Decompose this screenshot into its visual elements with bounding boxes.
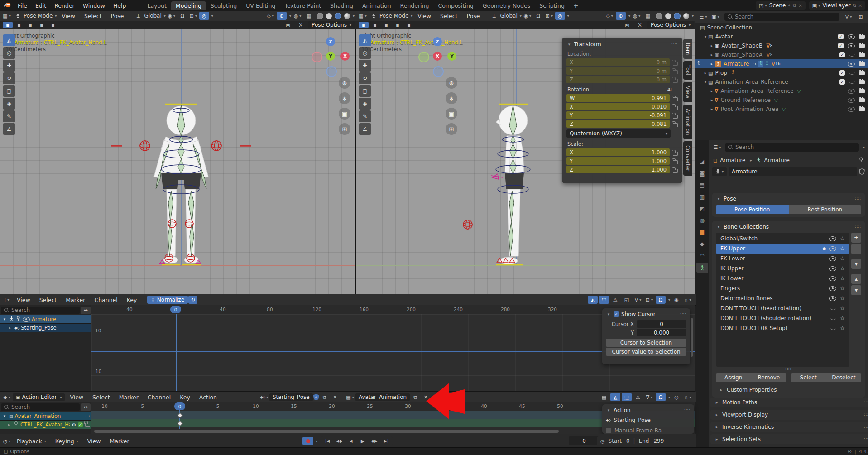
list-item[interactable]: Deformation Bones☆ (716, 293, 849, 303)
chevron-right-icon[interactable]: ▸ (709, 43, 715, 48)
location-x-field[interactable]: X0 m (566, 58, 670, 66)
list-item[interactable]: DON'T TOUCH (head rotation)☆ (716, 303, 849, 313)
lock-icon[interactable] (673, 62, 678, 66)
grid-toggle-icon[interactable]: ⊞ (446, 123, 457, 135)
star-icon[interactable]: ☆ (840, 325, 845, 331)
dope-search-input[interactable]: Search (1, 403, 80, 411)
current-frame-indicator[interactable]: 0 (174, 402, 185, 410)
tab-constraints-icon[interactable]: ◆ (696, 239, 708, 249)
graph-channel-menu[interactable]: Channel (90, 297, 121, 303)
star-icon[interactable]: ☆ (840, 295, 845, 302)
workspace-tab-animation[interactable]: Animation (358, 1, 396, 10)
move-up-button[interactable]: ▴ (851, 274, 861, 284)
lock-icon[interactable] (673, 106, 678, 110)
gizmo-y-axis[interactable]: Y (447, 52, 456, 61)
snap-icon[interactable]: Ω (656, 296, 666, 304)
eye-icon[interactable] (848, 98, 855, 103)
eye-closed-icon[interactable] (849, 72, 855, 75)
star-icon[interactable]: ☆ (840, 315, 845, 321)
collection-specials-dropdown[interactable]: ▾ (851, 259, 861, 269)
outliner-row-armature[interactable]: ▸ Armature ↪ ∇16 (695, 59, 868, 68)
view-menu[interactable]: View (413, 13, 435, 19)
mirror-x-toggle[interactable]: X (635, 21, 645, 29)
proportional-edit-icon[interactable]: ◎ (199, 12, 209, 20)
eye-closed-icon[interactable] (849, 81, 855, 84)
star-icon[interactable]: ☆ (840, 305, 845, 311)
horizontal-scrollbar[interactable] (94, 430, 559, 433)
dope-key-menu[interactable]: Key (176, 394, 194, 401)
dope-view-menu[interactable]: View (66, 394, 87, 401)
tab-tool-icon[interactable]: ◪ (696, 157, 708, 167)
snap-target-icon[interactable]: ⊞▾ (544, 12, 554, 20)
camera-icon[interactable] (859, 44, 865, 48)
tweak-icon[interactable]: ◭ (610, 393, 620, 401)
cursor-to-selection-button[interactable]: Cursor to Selection (606, 339, 686, 347)
rotation-w-field[interactable]: W0.991 (566, 94, 670, 102)
workspace-tab-modeling[interactable]: Modeling (171, 1, 206, 10)
workspace-tab-sculpting[interactable]: Sculpting (206, 1, 241, 10)
camera-icon[interactable] (859, 35, 865, 39)
tab-scene-icon[interactable]: ◩ (696, 204, 708, 214)
outliner-row-animation-area-reference[interactable]: ▸∇Animation_Area_Reference ▽ (695, 86, 868, 96)
rest-position-button[interactable]: Rest Position (789, 205, 862, 214)
navigation-gizmo[interactable]: Z Y X (418, 37, 456, 75)
channel-enable-checkbox[interactable]: ✓ (78, 422, 83, 427)
view-menu[interactable]: View (58, 13, 79, 19)
graph-editor-type-icon[interactable]: ʃ▾ (2, 296, 12, 304)
gizmo-x-axis[interactable]: X (433, 52, 442, 61)
new-slot-icon[interactable]: ⧉ (410, 393, 420, 401)
eye-icon[interactable] (848, 107, 855, 112)
gizmo-x-axis[interactable]: X (340, 52, 350, 61)
snap-target-icon[interactable]: ⊞▾ (188, 12, 198, 20)
next-keyframe-button[interactable]: ◆▶ (369, 437, 379, 445)
move-down-button[interactable]: ▾ (851, 285, 861, 295)
eye-icon[interactable] (848, 62, 855, 67)
keying-set-dropdown[interactable]: ▾ (316, 439, 317, 443)
scale-x-field[interactable]: X1.000 (566, 148, 670, 156)
bone-collections-header[interactable]: ▾Bone Collections (716, 224, 769, 230)
unlock-icon[interactable] (85, 423, 90, 427)
list-item[interactable]: DON'T TOUCH (IK Setup)☆ (716, 323, 849, 333)
eye-closed-icon[interactable] (830, 327, 836, 330)
star-icon[interactable]: ☆ (840, 245, 845, 252)
eye-icon[interactable] (829, 256, 836, 261)
panel-grip[interactable]: ∷∷ (855, 196, 861, 201)
rotation-y-field[interactable]: Y-0.091 (566, 111, 670, 119)
proportional-icon[interactable]: ◎ (671, 393, 681, 401)
panel-grip[interactable]: ∷∷ (855, 225, 861, 229)
chevron-right-icon[interactable]: ▸ (709, 107, 715, 111)
list-item[interactable]: Fingers☆ (716, 283, 849, 293)
timeline-view-menu[interactable]: View (83, 438, 105, 445)
tool-rotate[interactable]: ↻ (359, 72, 371, 84)
channel-avatar-animation[interactable]: ▾ ▤ Avatar_Animation ⬚ (0, 412, 91, 421)
viewlayer-remove-icon[interactable]: ✕ (858, 3, 862, 8)
scale-y-field[interactable]: Y1.000 (566, 157, 670, 165)
list-resize-grip[interactable]: ∷∷ (716, 367, 861, 371)
select-menu[interactable]: Select (436, 13, 462, 19)
tab-render-icon[interactable]: ◙ (696, 168, 708, 178)
dope-select-menu[interactable]: Select (88, 394, 114, 401)
play-button[interactable]: ▶ (358, 437, 368, 445)
shading-material-icon[interactable] (335, 13, 341, 19)
shading-material-icon[interactable] (674, 13, 681, 19)
tool-annotate[interactable]: ✎ (359, 110, 371, 122)
slot-filter-icon[interactable]: ▤ (599, 393, 609, 401)
filter-icon[interactable]: ∇▾ (633, 296, 643, 304)
add-collection-button[interactable]: + (851, 233, 861, 243)
normalize-sync-icon[interactable]: ↻ (188, 296, 197, 304)
end-frame-field[interactable]: End299 (639, 438, 664, 444)
tab-viewlayer-icon[interactable]: ▥ (696, 192, 708, 202)
xray-icon[interactable]: ▦ (643, 12, 653, 20)
action-panel-name[interactable]: Starting_Pose (614, 417, 651, 423)
star-icon[interactable]: ☆ (840, 285, 845, 292)
tab-object-data-icon[interactable] (696, 263, 708, 273)
lock-icon[interactable] (673, 160, 678, 164)
scene-pin-icon[interactable]: ⌖ (788, 3, 791, 8)
panel-grip[interactable]: ∷∷ (672, 42, 678, 47)
box-select-icon[interactable]: ⬚ (599, 296, 609, 304)
pose-menu[interactable]: Pose (463, 13, 484, 19)
pan-hand-icon[interactable]: ∗ (339, 92, 350, 104)
left-viewport[interactable]: Front Orthographic (0) Armature : CTRL_F… (0, 29, 356, 294)
xray-icon[interactable]: ▦ (304, 12, 314, 20)
action-name-field[interactable]: Starting_Pose (269, 393, 313, 401)
